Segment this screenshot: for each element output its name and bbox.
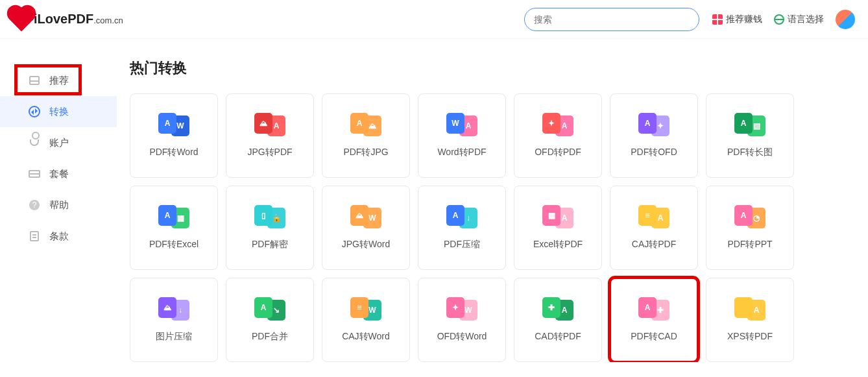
tile-front: A: [158, 113, 176, 134]
tool-icon: AW: [158, 113, 189, 136]
tool-card[interactable]: A⛰PDF转JPG: [322, 93, 410, 178]
sidebar-item-help[interactable]: ?帮助: [0, 189, 117, 221]
tool-card[interactable]: ▯🔒PDF解密: [226, 186, 314, 270]
sidebar-item-terms[interactable]: 条款: [0, 221, 117, 252]
sidebar-item-label: 条款: [49, 230, 69, 243]
tool-card[interactable]: A↓PDF压缩: [418, 186, 506, 270]
tool-label: CAJ转PDF: [632, 239, 676, 250]
tool-label: XPS转PDF: [727, 331, 773, 343]
sidebar-item-plans[interactable]: 套餐: [0, 158, 117, 189]
tool-card[interactable]: A◔PDF转PPT: [706, 186, 794, 270]
tool-card[interactable]: ✦AOFD转PDF: [514, 93, 602, 178]
tool-icon: A↘: [254, 297, 285, 321]
tool-card[interactable]: AWPDF转Word: [130, 93, 218, 178]
tool-card[interactable]: ⛰↓图片压缩: [130, 278, 218, 362]
globe-icon: [774, 14, 784, 25]
tile-front: A: [446, 205, 464, 226]
tool-card[interactable]: A✚PDF转CAD: [610, 278, 698, 362]
tool-label: PDF转PPT: [727, 239, 772, 250]
tool-label: OFD转PDF: [535, 147, 581, 158]
language-label: 语言选择: [788, 14, 824, 25]
sidebar-active-highlight: [14, 64, 82, 95]
search-input[interactable]: [534, 14, 690, 25]
tile-front: ≡: [638, 205, 657, 226]
swap-icon: [29, 106, 40, 117]
tool-card[interactable]: WAWord转PDF: [418, 93, 506, 178]
search-box[interactable]: [524, 8, 699, 31]
top-links: 推荐赚钱 语言选择: [712, 10, 855, 29]
sidebar-item-label: 转换: [49, 106, 69, 118]
sidebar: 推荐转换账户套餐?帮助条款: [0, 39, 117, 362]
tool-label: PDF解密: [252, 239, 288, 250]
tool-icon: ▯🔒: [254, 205, 285, 228]
user-icon: [29, 137, 40, 149]
terms-icon: [29, 230, 40, 242]
sidebar-item-convert[interactable]: 转换: [0, 96, 117, 127]
tool-label: PDF转Word: [149, 147, 198, 158]
tool-card[interactable]: AXPS转PDF: [706, 278, 794, 362]
tool-card[interactable]: ✦WOFD转Word: [418, 278, 506, 362]
tool-card[interactable]: ✚ACAD转PDF: [514, 278, 602, 362]
sidebar-item-account[interactable]: 账户: [0, 127, 117, 158]
tile-front: ⛰: [350, 205, 368, 226]
tool-label: JPG转Word: [342, 239, 390, 250]
tool-label: PDF转JPG: [343, 147, 388, 158]
tile-front: A: [734, 205, 753, 226]
tile-front: W: [446, 113, 464, 134]
tool-icon: ⛰W: [350, 205, 381, 228]
avatar[interactable]: [836, 10, 855, 29]
sidebar-item-label: 帮助: [49, 199, 69, 212]
topbar: iLovePDF.com.cn 推荐赚钱 语言选择: [0, 0, 868, 39]
card-icon: [29, 168, 40, 180]
tool-icon: ✚A: [542, 297, 573, 321]
tool-card[interactable]: A▤PDF转长图: [706, 93, 794, 178]
tool-label: PDF转CAD: [631, 331, 677, 343]
section-title: 热门转换: [130, 58, 855, 78]
brand-name: iLovePDF: [34, 12, 93, 26]
tool-icon: A▤: [734, 113, 766, 136]
tool-label: PDF压缩: [444, 239, 480, 250]
tile-front: ≡: [350, 297, 368, 318]
tile-front: A: [254, 297, 272, 318]
tile-front: ⛰: [158, 297, 176, 318]
recommend-earn-label: 推荐赚钱: [726, 14, 762, 25]
tool-icon: ▦A: [542, 205, 573, 228]
tool-label: Word转PDF: [437, 147, 486, 158]
tool-card[interactable]: ⛰WJPG转Word: [322, 186, 410, 270]
tool-icon: A▦: [158, 205, 189, 228]
tool-card[interactable]: A✦PDF转OFD: [610, 93, 698, 178]
tool-label: PDF转长图: [727, 147, 773, 158]
tool-icon: ≡A: [638, 205, 669, 228]
tool-icon: A↓: [446, 205, 477, 228]
brand-text: iLovePDF.com.cn: [34, 12, 123, 27]
tool-card[interactable]: A↘PDF合并: [226, 278, 314, 362]
tool-label: CAD转PDF: [535, 331, 581, 343]
sidebar-item-label: 套餐: [49, 168, 69, 180]
tool-card[interactable]: ≡WCAJ转Word: [322, 278, 410, 362]
tool-icon: WA: [446, 113, 477, 136]
tool-icon: ⛰↓: [158, 297, 189, 321]
tool-card[interactable]: ≡ACAJ转PDF: [610, 186, 698, 270]
tool-card[interactable]: ⛰AJPG转PDF: [226, 93, 314, 178]
tool-icon: A✚: [638, 297, 669, 321]
brand-logo[interactable]: iLovePDF.com.cn: [13, 11, 123, 28]
tool-icon: A: [734, 297, 766, 321]
tool-icon: ✦W: [446, 297, 477, 321]
tile-front: ▯: [254, 205, 272, 226]
tool-card[interactable]: A▦PDF转Excel: [130, 186, 218, 270]
main-content: 热门转换 AWPDF转Word⛰AJPG转PDFA⛰PDF转JPGWAWord转…: [117, 39, 868, 362]
language-select[interactable]: 语言选择: [774, 14, 824, 25]
tool-icon: ✦A: [542, 113, 573, 136]
help-icon: ?: [29, 199, 40, 211]
tool-label: Excel转PDF: [533, 239, 583, 250]
heart-icon: [10, 7, 34, 31]
gift-icon: [712, 14, 723, 25]
tile-front: [734, 297, 753, 318]
tool-label: JPG转PDF: [247, 147, 292, 158]
tile-front: ⛰: [254, 113, 272, 134]
brand-domain: .com.cn: [93, 16, 123, 25]
recommend-earn-link[interactable]: 推荐赚钱: [712, 14, 762, 25]
gift-icon: [29, 75, 40, 86]
tile-front: A: [158, 205, 176, 226]
tool-card[interactable]: ▦AExcel转PDF: [514, 186, 602, 270]
